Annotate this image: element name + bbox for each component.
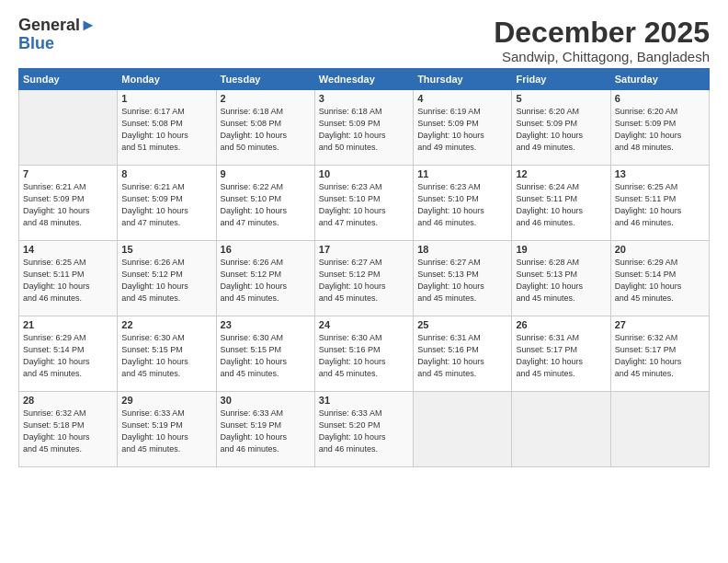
day-info: Sunrise: 6:25 AM Sunset: 5:11 PM Dayligh… — [23, 257, 113, 304]
day-info: Sunrise: 6:32 AM Sunset: 5:17 PM Dayligh… — [615, 332, 705, 380]
day-info: Sunrise: 6:33 AM Sunset: 5:19 PM Dayligh… — [121, 408, 211, 455]
header-row: Sunday Monday Tuesday Wednesday Thursday… — [19, 69, 710, 90]
day-info: Sunrise: 6:26 AM Sunset: 5:12 PM Dayligh… — [221, 257, 311, 304]
day-number: 2 — [221, 93, 311, 104]
day-number: 4 — [417, 93, 507, 104]
day-info: Sunrise: 6:24 AM Sunset: 5:11 PM Dayligh… — [516, 181, 606, 229]
day-cell: 1Sunrise: 6:17 AM Sunset: 5:08 PM Daylig… — [118, 90, 216, 166]
day-cell: 27Sunrise: 6:32 AM Sunset: 5:17 PM Dayli… — [610, 316, 709, 392]
day-number: 23 — [221, 319, 311, 330]
col-tuesday: Tuesday — [216, 69, 314, 90]
day-info: Sunrise: 6:30 AM Sunset: 5:15 PM Dayligh… — [121, 332, 211, 380]
day-number: 18 — [417, 244, 507, 255]
day-cell: 16Sunrise: 6:26 AM Sunset: 5:12 PM Dayli… — [216, 241, 314, 316]
col-wednesday: Wednesday — [314, 69, 413, 90]
day-number: 30 — [221, 395, 311, 406]
page: General► Blue December 2025 Sandwip, Chi… — [0, 0, 728, 477]
day-number: 24 — [319, 319, 409, 330]
day-number: 20 — [615, 244, 705, 255]
day-number: 6 — [615, 93, 705, 104]
col-monday: Monday — [118, 69, 216, 90]
week-row-4: 28Sunrise: 6:32 AM Sunset: 5:18 PM Dayli… — [19, 392, 710, 467]
day-info: Sunrise: 6:20 AM Sunset: 5:09 PM Dayligh… — [615, 106, 705, 154]
day-cell: 30Sunrise: 6:33 AM Sunset: 5:19 PM Dayli… — [216, 392, 314, 467]
day-info: Sunrise: 6:28 AM Sunset: 5:13 PM Dayligh… — [516, 257, 606, 304]
day-number: 13 — [615, 168, 705, 179]
day-info: Sunrise: 6:33 AM Sunset: 5:20 PM Dayligh… — [319, 408, 409, 455]
day-info: Sunrise: 6:23 AM Sunset: 5:10 PM Dayligh… — [319, 181, 409, 229]
day-number: 17 — [319, 244, 409, 255]
day-number: 5 — [516, 93, 606, 104]
day-cell: 31Sunrise: 6:33 AM Sunset: 5:20 PM Dayli… — [314, 392, 413, 467]
day-cell: 28Sunrise: 6:32 AM Sunset: 5:18 PM Dayli… — [19, 392, 118, 467]
day-cell: 23Sunrise: 6:30 AM Sunset: 5:15 PM Dayli… — [216, 316, 314, 392]
day-info: Sunrise: 6:27 AM Sunset: 5:12 PM Dayligh… — [319, 257, 409, 304]
day-info: Sunrise: 6:21 AM Sunset: 5:09 PM Dayligh… — [121, 181, 211, 229]
day-info: Sunrise: 6:18 AM Sunset: 5:08 PM Dayligh… — [221, 106, 311, 154]
day-number: 28 — [23, 395, 113, 406]
day-cell — [512, 392, 610, 467]
logo-general: General — [18, 16, 80, 34]
day-number: 15 — [121, 244, 211, 255]
week-row-2: 14Sunrise: 6:25 AM Sunset: 5:11 PM Dayli… — [19, 241, 710, 316]
title-block: December 2025 Sandwip, Chittagong, Bangl… — [494, 17, 710, 64]
col-sunday: Sunday — [19, 69, 118, 90]
day-number: 21 — [23, 319, 113, 330]
day-number: 19 — [516, 244, 606, 255]
col-saturday: Saturday — [610, 69, 709, 90]
day-number: 25 — [417, 319, 507, 330]
day-info: Sunrise: 6:30 AM Sunset: 5:16 PM Dayligh… — [319, 332, 409, 380]
col-thursday: Thursday — [414, 69, 512, 90]
day-info: Sunrise: 6:20 AM Sunset: 5:09 PM Dayligh… — [516, 106, 606, 154]
day-cell: 4Sunrise: 6:19 AM Sunset: 5:09 PM Daylig… — [414, 90, 512, 166]
day-cell: 14Sunrise: 6:25 AM Sunset: 5:11 PM Dayli… — [19, 241, 118, 316]
day-info: Sunrise: 6:29 AM Sunset: 5:14 PM Dayligh… — [23, 332, 113, 380]
logo: General► Blue — [18, 17, 97, 53]
day-number: 3 — [319, 93, 409, 104]
day-number: 29 — [121, 395, 211, 406]
day-cell — [19, 90, 118, 166]
day-info: Sunrise: 6:26 AM Sunset: 5:12 PM Dayligh… — [121, 257, 211, 304]
day-number: 26 — [516, 319, 606, 330]
day-cell: 25Sunrise: 6:31 AM Sunset: 5:16 PM Dayli… — [414, 316, 512, 392]
day-info: Sunrise: 6:18 AM Sunset: 5:09 PM Dayligh… — [319, 106, 409, 154]
day-cell: 11Sunrise: 6:23 AM Sunset: 5:10 PM Dayli… — [414, 166, 512, 241]
day-cell — [414, 392, 512, 467]
day-info: Sunrise: 6:33 AM Sunset: 5:19 PM Dayligh… — [221, 408, 311, 455]
day-cell: 20Sunrise: 6:29 AM Sunset: 5:14 PM Dayli… — [610, 241, 709, 316]
day-info: Sunrise: 6:31 AM Sunset: 5:16 PM Dayligh… — [417, 332, 507, 380]
day-number: 11 — [417, 168, 507, 179]
day-number: 16 — [221, 244, 311, 255]
day-cell: 9Sunrise: 6:22 AM Sunset: 5:10 PM Daylig… — [216, 166, 314, 241]
week-row-0: 1Sunrise: 6:17 AM Sunset: 5:08 PM Daylig… — [19, 90, 710, 166]
day-info: Sunrise: 6:19 AM Sunset: 5:09 PM Dayligh… — [417, 106, 507, 154]
day-info: Sunrise: 6:31 AM Sunset: 5:17 PM Dayligh… — [516, 332, 606, 380]
day-number: 10 — [319, 168, 409, 179]
day-cell: 29Sunrise: 6:33 AM Sunset: 5:19 PM Dayli… — [118, 392, 216, 467]
month-title: December 2025 — [494, 17, 710, 49]
col-friday: Friday — [512, 69, 610, 90]
day-cell: 13Sunrise: 6:25 AM Sunset: 5:11 PM Dayli… — [610, 166, 709, 241]
day-cell: 6Sunrise: 6:20 AM Sunset: 5:09 PM Daylig… — [610, 90, 709, 166]
day-cell: 26Sunrise: 6:31 AM Sunset: 5:17 PM Dayli… — [512, 316, 610, 392]
day-cell: 17Sunrise: 6:27 AM Sunset: 5:12 PM Dayli… — [314, 241, 413, 316]
day-cell: 15Sunrise: 6:26 AM Sunset: 5:12 PM Dayli… — [118, 241, 216, 316]
day-info: Sunrise: 6:17 AM Sunset: 5:08 PM Dayligh… — [121, 106, 211, 154]
day-cell: 22Sunrise: 6:30 AM Sunset: 5:15 PM Dayli… — [118, 316, 216, 392]
day-cell: 7Sunrise: 6:21 AM Sunset: 5:09 PM Daylig… — [19, 166, 118, 241]
day-cell: 10Sunrise: 6:23 AM Sunset: 5:10 PM Dayli… — [314, 166, 413, 241]
day-cell — [610, 392, 709, 467]
day-info: Sunrise: 6:25 AM Sunset: 5:11 PM Dayligh… — [615, 181, 705, 229]
day-cell: 5Sunrise: 6:20 AM Sunset: 5:09 PM Daylig… — [512, 90, 610, 166]
header: General► Blue December 2025 Sandwip, Chi… — [18, 17, 710, 64]
day-info: Sunrise: 6:32 AM Sunset: 5:18 PM Dayligh… — [23, 408, 113, 455]
day-cell: 19Sunrise: 6:28 AM Sunset: 5:13 PM Dayli… — [512, 241, 610, 316]
day-info: Sunrise: 6:30 AM Sunset: 5:15 PM Dayligh… — [221, 332, 311, 380]
day-number: 8 — [121, 168, 211, 179]
day-number: 27 — [615, 319, 705, 330]
day-info: Sunrise: 6:22 AM Sunset: 5:10 PM Dayligh… — [221, 181, 311, 229]
week-row-1: 7Sunrise: 6:21 AM Sunset: 5:09 PM Daylig… — [19, 166, 710, 241]
day-info: Sunrise: 6:21 AM Sunset: 5:09 PM Dayligh… — [23, 181, 113, 229]
calendar-table: Sunday Monday Tuesday Wednesday Thursday… — [18, 68, 710, 467]
logo-blue: Blue — [18, 34, 54, 52]
